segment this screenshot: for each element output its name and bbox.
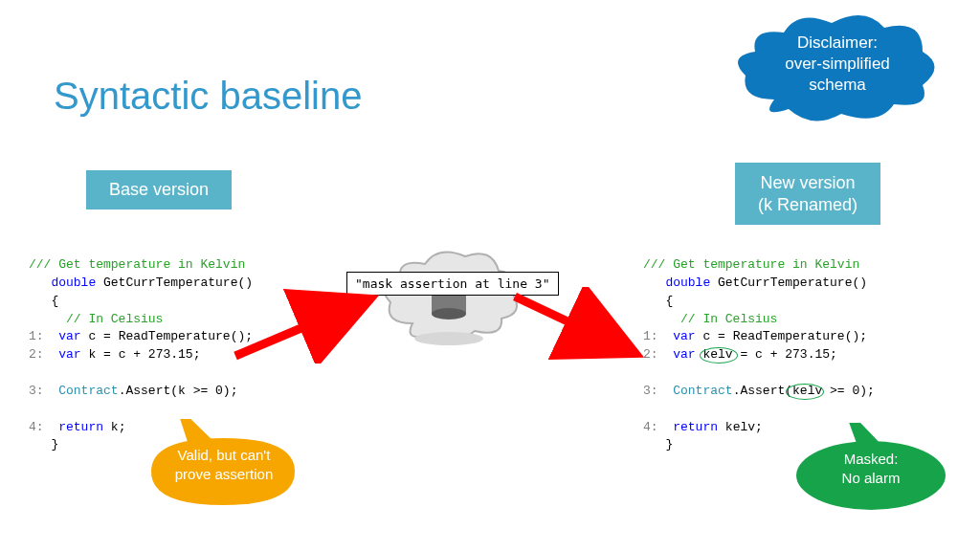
- svg-point-2: [432, 308, 466, 320]
- arrow-cloud-to-right-icon: [507, 287, 651, 364]
- new-version-label: New version (k Renamed): [735, 163, 880, 225]
- slide-title: Syntactic baseline: [54, 75, 362, 118]
- kelv-highlight-line2: [700, 347, 738, 364]
- storage-cloud-icon: [379, 247, 519, 352]
- svg-line-5: [235, 298, 371, 356]
- base-version-label: Base version: [86, 170, 232, 209]
- svg-line-6: [515, 297, 636, 354]
- svg-point-4: [414, 332, 483, 345]
- kelv-highlight-line3: [786, 384, 824, 400]
- callout-yellow-text: Valid, but can't prove assertion: [149, 446, 299, 483]
- disclaimer-text: Disclaimer: over-simplified schema: [756, 33, 919, 96]
- callout-green-text: Masked: No alarm: [808, 450, 934, 487]
